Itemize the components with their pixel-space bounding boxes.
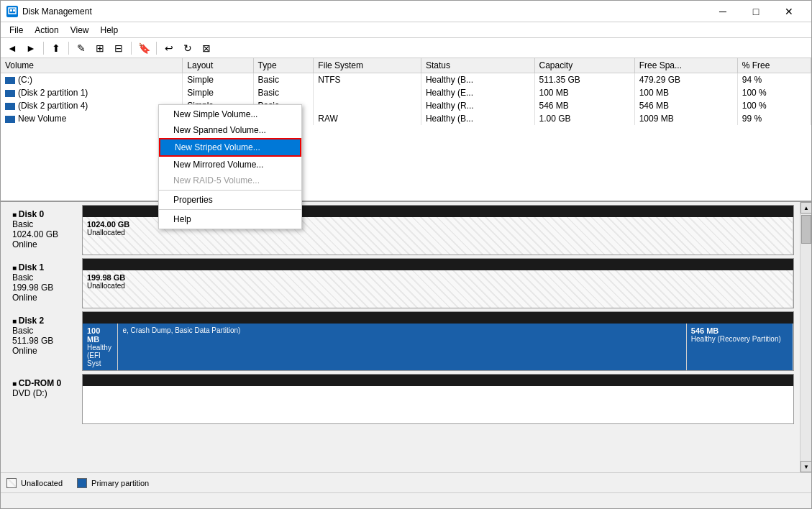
panels-wrapper: ■ Disk 0 Basic 1024.00 GB Online 1024.00…	[1, 202, 811, 472]
title-bar: Disk Management ─ □ ✕	[1, 1, 811, 22]
vol-name: (Disk 2 partition 1)	[1, 86, 183, 99]
svg-rect-1	[10, 9, 12, 12]
legend-bar: Unallocated Primary partition	[1, 472, 811, 492]
context-menu: New Simple Volume...New Spanned Volume..…	[158, 104, 302, 229]
partition-label: Unallocated	[87, 229, 788, 237]
toolbar-back[interactable]: ◄	[4, 40, 21, 56]
toolbar-btn8[interactable]: ↻	[179, 40, 196, 56]
maximize-button[interactable]: □	[739, 1, 772, 22]
vol-capacity: 511.35 GB	[534, 73, 634, 87]
partition-label: e, Crash Dump, Basic Data Partition)	[122, 326, 681, 334]
partition[interactable]: e, Crash Dump, Basic Data Partition)	[118, 324, 686, 370]
partition[interactable]: 546 MB Healthy (Recovery Partition)	[687, 324, 793, 370]
disk-panels[interactable]: ■ Disk 0 Basic 1024.00 GB Online 1024.00…	[1, 202, 800, 472]
legend-unallocated: Unallocated	[6, 478, 63, 488]
disk-label: ■ Disk 1 Basic 199.98 GB Online	[6, 258, 82, 308]
disk-type: Basic	[12, 272, 76, 283]
legend-label-unallocated: Unallocated	[21, 479, 63, 487]
right-scrollbar[interactable]: ▲ ▼	[800, 202, 811, 472]
vol-free: 1009 MB	[634, 112, 737, 125]
vol-capacity: 546 MB	[534, 99, 634, 112]
disk-content[interactable]	[82, 374, 794, 424]
vol-name: (C:)	[1, 73, 183, 87]
partition[interactable]: 199.98 GB Unallocated	[83, 270, 793, 308]
vol-status: Healthy (E...	[421, 86, 534, 99]
col-fs: File System	[314, 58, 421, 73]
disk-type: Basic	[12, 326, 76, 336]
partition-label: Healthy (Recovery Partition)	[691, 335, 788, 343]
disk-header-bar	[83, 312, 793, 324]
vol-free: 546 MB	[634, 99, 737, 112]
vol-layout: Simple	[183, 86, 253, 99]
main-area: Volume Layout Type File System Status Ca…	[1, 58, 811, 472]
legend-label-primary: Primary partition	[91, 479, 149, 487]
context-menu-item-new-spanned-volume-[interactable]: New Spanned Volume...	[159, 122, 301, 138]
partition-label: Healthy (EFI Syst	[87, 344, 113, 367]
partition[interactable]: 100 MB Healthy (EFI Syst	[83, 324, 118, 370]
partition-size: 546 MB	[691, 326, 788, 335]
disk-row: ■ Disk 0 Basic 1024.00 GB Online 1024.00…	[6, 205, 794, 255]
table-row[interactable]: (C:) Simple Basic NTFS Healthy (B... 511…	[1, 73, 811, 87]
toolbar-btn4[interactable]: ⊞	[91, 40, 109, 56]
menu-bar: File Action View Help	[1, 22, 811, 38]
vol-name: New Volume	[1, 112, 183, 125]
context-menu-item-help[interactable]: Help	[159, 211, 301, 227]
app-icon	[6, 6, 18, 17]
toolbar-btn5[interactable]: ⊟	[110, 40, 127, 56]
col-volume: Volume	[1, 58, 183, 73]
menu-file[interactable]: File	[4, 24, 29, 37]
svg-rect-2	[13, 9, 15, 12]
menu-help[interactable]: Help	[95, 24, 124, 37]
table-header-row: Volume Layout Type File System Status Ca…	[1, 58, 811, 73]
legend-swatch-unallocated	[6, 478, 17, 488]
disk-content[interactable]: 199.98 GB Unallocated	[82, 258, 794, 308]
toolbar-forward[interactable]: ►	[22, 40, 40, 56]
context-menu-item-new-simple-volume-[interactable]: New Simple Volume...	[159, 106, 301, 122]
disk-content[interactable]: 100 MB Healthy (EFI Syste, Crash Dump, B…	[82, 311, 794, 371]
context-menu-item-properties[interactable]: Properties	[159, 192, 301, 208]
toolbar-btn6[interactable]: 🔖	[135, 40, 152, 56]
context-menu-item-new-striped-volume-[interactable]: New Striped Volume...	[159, 138, 301, 157]
partition-size: 100 MB	[87, 326, 113, 344]
disk-name: ■ Disk 0	[12, 209, 76, 219]
vol-pct: 94 %	[737, 73, 811, 87]
disk-name: ■ Disk 2	[12, 316, 76, 326]
disk-type: DVD (D:)	[12, 388, 76, 398]
menu-view[interactable]: View	[65, 24, 95, 37]
vol-name: (Disk 2 partition 4)	[1, 99, 183, 112]
vol-pct: 99 %	[737, 112, 811, 125]
vol-status: Healthy (B...	[421, 73, 534, 87]
disk-status: Online	[12, 293, 76, 303]
main-window: Disk Management ─ □ ✕ File Action View H…	[0, 0, 812, 509]
table-row[interactable]: (Disk 2 partition 1) Simple Basic Health…	[1, 86, 811, 99]
close-button[interactable]: ✕	[772, 1, 806, 22]
scroll-thumb[interactable]	[801, 215, 811, 244]
minimize-button[interactable]: ─	[706, 1, 739, 22]
toolbar-btn3[interactable]: ✎	[73, 40, 90, 56]
col-type: Type	[253, 58, 314, 73]
vol-layout: Simple	[183, 73, 253, 87]
vol-pct: 100 %	[737, 99, 811, 112]
vol-pct: 100 %	[737, 86, 811, 99]
legend-swatch-primary	[77, 478, 87, 488]
context-menu-item-new-raid-5-volume-: New RAID-5 Volume...	[159, 173, 301, 188]
toolbar-up[interactable]: ⬆	[47, 40, 65, 56]
disk-row: ■ CD-ROM 0 DVD (D:)	[6, 374, 794, 424]
toolbar-btn7[interactable]: ↩	[160, 40, 178, 56]
disk-row: ■ Disk 2 Basic 511.98 GB Online 100 MB H…	[6, 311, 794, 371]
vol-fs: RAW	[314, 112, 421, 125]
disk-label: ■ Disk 2 Basic 511.98 GB Online	[6, 311, 82, 371]
context-menu-item-new-mirrored-volume-[interactable]: New Mirrored Volume...	[159, 157, 301, 173]
table-row[interactable]: New Volume Simple Basic RAW Healthy (B..…	[1, 112, 811, 125]
scroll-up-arrow[interactable]: ▲	[800, 202, 811, 214]
table-row[interactable]: (Disk 2 partition 4) Simple Basic Health…	[1, 99, 811, 112]
context-menu-separator	[159, 209, 301, 210]
partition-size: 199.98 GB	[87, 273, 788, 282]
scroll-down-arrow[interactable]: ▼	[800, 461, 811, 472]
volume-list[interactable]: Volume Layout Type File System Status Ca…	[1, 58, 811, 202]
context-menu-separator	[159, 190, 301, 191]
disk-size: 511.98 GB	[12, 336, 76, 346]
col-status: Status	[421, 58, 534, 73]
menu-action[interactable]: Action	[29, 24, 64, 37]
toolbar-btn9[interactable]: ⊠	[198, 40, 215, 56]
